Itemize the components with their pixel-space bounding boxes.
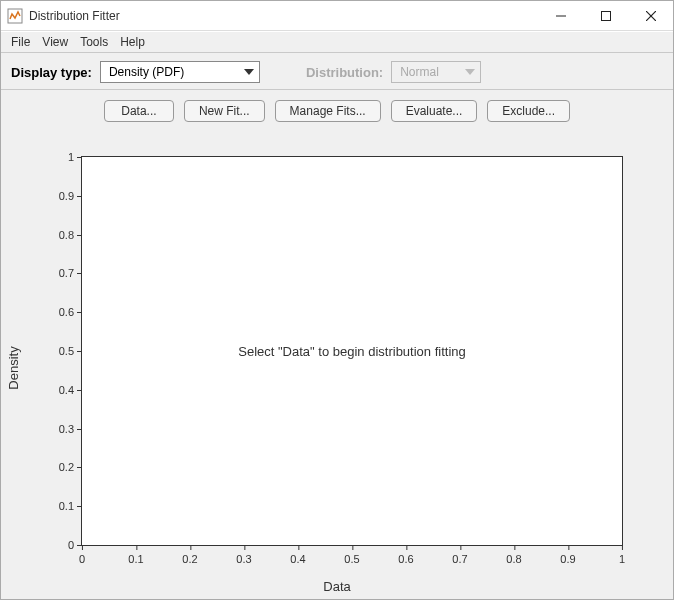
chevron-down-icon xyxy=(244,69,254,75)
x-tick: 0.9 xyxy=(560,545,575,565)
y-tick: 0.5 xyxy=(59,345,82,357)
distribution-select: Normal xyxy=(391,61,481,83)
x-tick: 0.2 xyxy=(182,545,197,565)
x-tick: 0.5 xyxy=(344,545,359,565)
display-type-value: Density (PDF) xyxy=(109,65,184,79)
y-tick: 0.3 xyxy=(59,423,82,435)
x-tick: 0.4 xyxy=(290,545,305,565)
menu-view[interactable]: View xyxy=(38,33,72,51)
manage-fits-button[interactable]: Manage Fits... xyxy=(275,100,381,122)
distribution-value: Normal xyxy=(400,65,439,79)
data-button[interactable]: Data... xyxy=(104,100,174,122)
plot-message: Select "Data" to begin distribution fitt… xyxy=(238,344,465,359)
menu-tools[interactable]: Tools xyxy=(76,33,112,51)
toolbar: Display type: Density (PDF) Distribution… xyxy=(1,53,673,90)
menubar: File View Tools Help xyxy=(1,31,673,53)
x-tick: 0 xyxy=(79,545,85,565)
x-tick: 1 xyxy=(619,545,625,565)
y-tick: 0.1 xyxy=(59,500,82,512)
y-tick: 0.7 xyxy=(59,267,82,279)
x-tick: 0.8 xyxy=(506,545,521,565)
x-tick: 0.7 xyxy=(452,545,467,565)
close-button[interactable] xyxy=(628,1,673,31)
y-tick: 0.6 xyxy=(59,306,82,318)
chevron-down-icon xyxy=(465,69,475,75)
plot-area: Density Select "Data" to begin distribut… xyxy=(31,148,643,588)
y-tick: 0.8 xyxy=(59,229,82,241)
display-type-label: Display type: xyxy=(11,65,92,80)
new-fit-button[interactable]: New Fit... xyxy=(184,100,265,122)
maximize-button[interactable] xyxy=(583,1,628,31)
x-axis-label: Data xyxy=(323,579,350,594)
app-icon xyxy=(7,8,23,24)
y-tick: 1 xyxy=(68,151,82,163)
evaluate-button[interactable]: Evaluate... xyxy=(391,100,478,122)
titlebar: Distribution Fitter xyxy=(1,1,673,31)
y-tick: 0.2 xyxy=(59,461,82,473)
x-tick: 0.1 xyxy=(128,545,143,565)
minimize-button[interactable] xyxy=(538,1,583,31)
display-type-select[interactable]: Density (PDF) xyxy=(100,61,260,83)
plot: Select "Data" to begin distribution fitt… xyxy=(81,156,623,546)
x-tick: 0.6 xyxy=(398,545,413,565)
button-row: Data... New Fit... Manage Fits... Evalua… xyxy=(1,90,673,128)
svg-rect-2 xyxy=(601,11,610,20)
window-title: Distribution Fitter xyxy=(29,9,120,23)
y-axis-label: Density xyxy=(6,346,21,389)
distribution-label: Distribution: xyxy=(306,65,383,80)
menu-help[interactable]: Help xyxy=(116,33,149,51)
exclude-button[interactable]: Exclude... xyxy=(487,100,570,122)
y-tick: 0.9 xyxy=(59,190,82,202)
x-tick: 0.3 xyxy=(236,545,251,565)
menu-file[interactable]: File xyxy=(7,33,34,51)
y-tick: 0.4 xyxy=(59,384,82,396)
